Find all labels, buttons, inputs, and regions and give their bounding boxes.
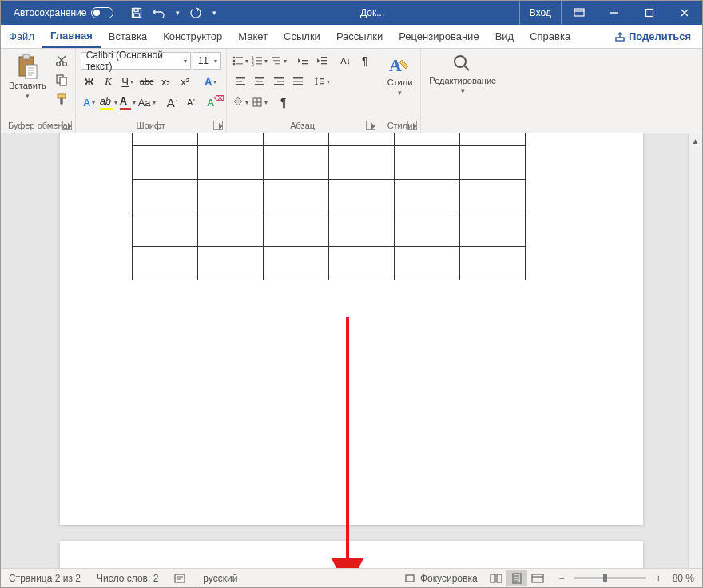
zoom-level[interactable]: 80 % bbox=[665, 573, 702, 584]
tab-review[interactable]: Рецензирование bbox=[391, 25, 487, 48]
text-effects-button[interactable]: A bbox=[202, 73, 220, 90]
zoom-slider[interactable] bbox=[574, 577, 646, 579]
superscript-button[interactable]: x² bbox=[177, 73, 194, 90]
document-table-top[interactable] bbox=[132, 133, 526, 280]
numbering-button[interactable]: 123 bbox=[251, 52, 268, 70]
paragraph-launcher[interactable] bbox=[366, 121, 375, 130]
font-label: Шрифт bbox=[81, 119, 221, 133]
undo-icon[interactable] bbox=[152, 6, 166, 20]
svg-rect-28 bbox=[275, 63, 280, 64]
align-right-button[interactable] bbox=[270, 73, 288, 90]
svg-rect-19 bbox=[236, 63, 243, 65]
align-left-button[interactable] bbox=[232, 73, 249, 90]
cut-button[interactable] bbox=[53, 52, 70, 70]
sort-button[interactable]: A↓ bbox=[337, 52, 355, 70]
svg-rect-42 bbox=[274, 84, 284, 85]
read-mode-button[interactable] bbox=[486, 570, 506, 586]
redo-icon[interactable] bbox=[189, 6, 203, 20]
svg-rect-41 bbox=[277, 81, 284, 82]
increase-indent-button[interactable] bbox=[313, 52, 331, 70]
font-launcher[interactable] bbox=[213, 121, 223, 130]
tab-mailings[interactable]: Рассылки bbox=[328, 25, 391, 48]
window-controls: Вход bbox=[519, 1, 702, 25]
tab-view[interactable]: Вид bbox=[487, 25, 522, 48]
status-language[interactable]: русский bbox=[195, 573, 245, 584]
svg-rect-47 bbox=[320, 78, 324, 79]
vertical-scrollbar[interactable]: ▲ bbox=[688, 133, 702, 568]
shrink-font-button[interactable]: A˅ bbox=[183, 93, 201, 111]
svg-rect-39 bbox=[255, 84, 264, 85]
tab-home[interactable]: Главная bbox=[42, 25, 101, 48]
scroll-up-icon[interactable]: ▲ bbox=[689, 133, 702, 148]
multilevel-button[interactable] bbox=[270, 52, 288, 70]
grow-font-button[interactable]: A˄ bbox=[164, 93, 181, 111]
qat-customize-icon[interactable]: ▾ bbox=[211, 6, 217, 20]
decrease-indent-button[interactable] bbox=[294, 52, 312, 70]
svg-rect-40 bbox=[274, 77, 284, 79]
font-name-combo[interactable]: Calibri (Основной текст) bbox=[81, 52, 191, 70]
undo-dropdown-icon[interactable]: ▾ bbox=[174, 6, 181, 20]
paragraph-marks-button[interactable]: ¶ bbox=[275, 93, 292, 111]
editing-button[interactable]: Редактирование ▾ bbox=[426, 52, 499, 95]
strike-button[interactable]: abc bbox=[138, 73, 156, 90]
share-button[interactable]: Поделиться bbox=[603, 25, 702, 48]
svg-rect-5 bbox=[616, 38, 624, 41]
borders-button[interactable] bbox=[251, 93, 268, 111]
svg-rect-57 bbox=[497, 574, 502, 582]
focus-mode-button[interactable]: Фокусировка bbox=[396, 573, 486, 584]
document-stage[interactable]: Продолжение таблицы ▲ bbox=[1, 133, 702, 568]
justify-button[interactable] bbox=[289, 73, 307, 90]
tab-references[interactable]: Ссылки bbox=[276, 25, 328, 48]
clipboard-launcher[interactable] bbox=[62, 121, 72, 130]
italic-button[interactable]: К bbox=[100, 73, 117, 90]
copy-button[interactable] bbox=[53, 71, 70, 89]
styles-launcher[interactable] bbox=[407, 121, 417, 130]
clipboard-label: Буфер обмена bbox=[6, 119, 70, 133]
svg-point-14 bbox=[232, 57, 235, 59]
svg-rect-2 bbox=[134, 14, 140, 18]
login-button[interactable]: Вход bbox=[519, 1, 562, 25]
paste-button[interactable]: Вставить ▾ bbox=[6, 52, 50, 100]
align-center-button[interactable] bbox=[251, 73, 268, 90]
styles-button[interactable]: A Стили ▾ bbox=[384, 52, 416, 97]
close-button[interactable] bbox=[667, 1, 702, 25]
bold-button[interactable]: Ж bbox=[81, 73, 98, 90]
svg-text:A: A bbox=[389, 55, 402, 75]
font-size-combo[interactable]: 11 bbox=[193, 52, 221, 70]
status-proofing[interactable] bbox=[166, 573, 195, 584]
tab-layout[interactable]: Макет bbox=[230, 25, 276, 48]
svg-rect-26 bbox=[272, 57, 280, 58]
tab-design[interactable]: Конструктор bbox=[155, 25, 230, 48]
web-layout-button[interactable] bbox=[527, 570, 548, 586]
subscript-button[interactable]: x₂ bbox=[157, 73, 175, 90]
change-case-button[interactable]: Aa bbox=[138, 93, 156, 111]
autosave-toggle[interactable]: Автосохранение bbox=[1, 7, 121, 18]
toggle-switch[interactable] bbox=[91, 7, 113, 18]
bullets-button[interactable] bbox=[232, 52, 249, 70]
shading-button[interactable] bbox=[232, 93, 249, 111]
underline-button[interactable]: Ч bbox=[119, 73, 137, 90]
status-page[interactable]: Страница 2 из 2 bbox=[1, 573, 89, 584]
svg-rect-55 bbox=[406, 575, 414, 582]
save-icon[interactable] bbox=[129, 6, 144, 20]
clear-format-button[interactable]: A⌫ bbox=[202, 93, 220, 111]
font-color-button[interactable]: A bbox=[119, 93, 137, 111]
tab-file[interactable]: Файл bbox=[1, 25, 42, 48]
highlight-button[interactable]: ab bbox=[100, 93, 117, 111]
format-painter-button[interactable] bbox=[53, 90, 70, 108]
svg-point-52 bbox=[455, 56, 466, 67]
line-spacing-button[interactable] bbox=[313, 73, 331, 90]
maximize-button[interactable] bbox=[632, 1, 667, 25]
status-words[interactable]: Число слов: 2 bbox=[89, 573, 166, 584]
tab-help[interactable]: Справка bbox=[522, 25, 578, 48]
tab-insert[interactable]: Вставка bbox=[101, 25, 155, 48]
paragraph-label: Абзац bbox=[232, 119, 374, 133]
print-layout-button[interactable] bbox=[506, 570, 527, 586]
ribbon-display-button[interactable] bbox=[562, 1, 597, 25]
zoom-out-button[interactable]: − bbox=[556, 573, 568, 584]
zoom-in-button[interactable]: + bbox=[653, 573, 665, 584]
minimize-button[interactable] bbox=[597, 1, 632, 25]
svg-rect-34 bbox=[236, 77, 245, 79]
text-effects2-button[interactable]: A bbox=[81, 93, 98, 111]
show-marks-button[interactable]: ¶ bbox=[356, 52, 374, 70]
